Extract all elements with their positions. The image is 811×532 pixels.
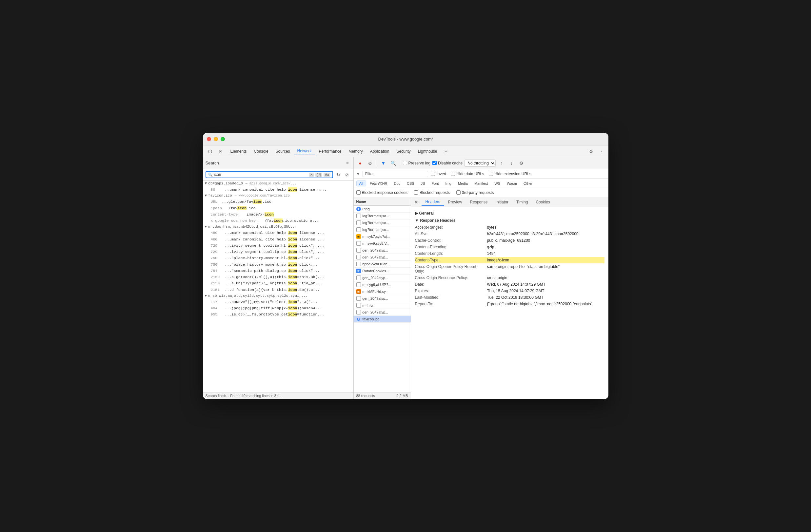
list-item[interactable]: m=syg9,aLUfP?... xyxy=(354,281,411,288)
type-btn-doc[interactable]: Doc xyxy=(391,181,403,186)
tab-timing[interactable]: Timing xyxy=(512,199,532,206)
settings-icon[interactable]: ⚙ xyxy=(587,147,596,156)
list-item[interactable]: 750 ..."place-history-moment.sp-icon-cli… xyxy=(203,262,353,268)
list-item[interactable]: gen_204?atyp... xyxy=(354,309,411,316)
tab-headers[interactable]: Headers xyxy=(422,198,444,206)
search-group-2[interactable]: ▼ favicon.ico — www.google.com/favicon.i… xyxy=(203,193,353,199)
refresh-search-button[interactable]: ↻ xyxy=(335,171,342,178)
list-item[interactable]: m=hfcr xyxy=(354,302,411,309)
search-input[interactable] xyxy=(214,172,307,177)
tab-memory[interactable]: Memory xyxy=(345,148,366,155)
list-item[interactable]: 2150 ...s.Bb("Jylpdf");_.Vn(this.icon,"t… xyxy=(203,280,353,286)
record-button[interactable]: ● xyxy=(356,159,364,167)
search-close-button[interactable]: ✕ xyxy=(344,160,351,167)
tab-response[interactable]: Response xyxy=(466,199,492,206)
regex-badge[interactable]: (.*) xyxy=(315,173,322,177)
close-button[interactable] xyxy=(207,137,211,141)
tab-lighthouse[interactable]: Lighthouse xyxy=(415,148,441,155)
type-btn-fetch[interactable]: Fetch/XHR xyxy=(367,181,391,186)
maximize-button[interactable] xyxy=(220,137,225,141)
search-group-4[interactable]: ▼ m=sb_wiz,aa,abd,sy12d,sytt,sytp,sy12c,… xyxy=(203,293,353,299)
list-item[interactable]: gen_204?atyp... xyxy=(354,247,411,254)
list-item[interactable]: 460 ...mark canonical cite help icon lic… xyxy=(203,236,353,242)
list-item[interactable]: gen_204?atyp... xyxy=(354,275,411,281)
blocked-requests-checkbox[interactable] xyxy=(414,190,418,194)
type-btn-all[interactable]: All xyxy=(356,181,366,186)
list-item[interactable]: 2150 ...s.getRoot().el(),a);this.icon=th… xyxy=(203,274,353,280)
list-item[interactable]: 729 ...ivity-segment-tooltip.sp-icon-cli… xyxy=(203,249,353,255)
preserve-log-checkbox[interactable] xyxy=(403,161,407,165)
tab-cookies[interactable]: Cookies xyxy=(532,199,554,206)
filter-input[interactable] xyxy=(363,171,428,177)
tab-sources[interactable]: Sources xyxy=(272,148,293,155)
type-btn-font[interactable]: Font xyxy=(429,181,442,186)
network-settings-button[interactable]: ⚙ xyxy=(517,159,525,167)
type-btn-js[interactable]: JS xyxy=(418,181,428,186)
third-party-checkbox[interactable] xyxy=(456,190,461,194)
search-group-1[interactable]: ▼ cb=gapi.loaded_0 — apis.google.com/_sc… xyxy=(203,181,353,186)
list-item[interactable]: 754 ..."semantic-path-dialog.sp-icon-cli… xyxy=(203,268,353,274)
list-item[interactable]: x-google-scs-row-key: /favicon.ico:stati… xyxy=(203,218,353,224)
clear-search-badge[interactable]: ✕ xyxy=(309,173,314,177)
invert-checkbox[interactable] xyxy=(431,172,435,176)
tab-application[interactable]: Application xyxy=(367,148,393,155)
type-btn-manifest[interactable]: Manifest xyxy=(471,181,491,186)
list-item[interactable]: 955 ...is,6}};_.fs.prototype.geticon=fun… xyxy=(203,311,353,317)
blocked-cookies-checkbox[interactable] xyxy=(356,190,361,194)
clear-search-button[interactable]: ⊘ xyxy=(343,171,351,178)
list-item[interactable]: 404 ...jpeg|jpg|png|tiff|webp|x-icon);ba… xyxy=(203,305,353,311)
tab-elements[interactable]: Elements xyxy=(227,148,250,155)
tab-security[interactable]: Security xyxy=(393,148,414,155)
export-button[interactable]: ↓ xyxy=(507,159,515,167)
list-item[interactable]: log?format=jso... xyxy=(354,226,411,233)
list-item[interactable]: 450 ...mark canonical cite help icon lic… xyxy=(203,230,353,236)
list-item[interactable]: ⟳ RotateCookies... xyxy=(354,268,411,275)
list-item[interactable]: gen_204?atyp... xyxy=(354,295,411,302)
list-item-selected[interactable]: G favicon.ico xyxy=(354,316,411,323)
list-item[interactable]: log?format=jso... xyxy=(354,219,411,226)
search-button[interactable]: 🔍 xyxy=(389,159,397,167)
list-item[interactable]: :path /favicon.ico xyxy=(203,205,353,211)
hide-ext-checkbox[interactable] xyxy=(489,172,493,176)
type-btn-wasm[interactable]: Wasm xyxy=(504,181,520,186)
list-item[interactable]: 80 ...mark canonical cite help icon lice… xyxy=(203,186,353,193)
tab-more[interactable]: » xyxy=(441,148,450,155)
stop-button[interactable]: ⊘ xyxy=(366,159,374,167)
filter-button[interactable]: ▼ xyxy=(380,159,387,167)
list-item[interactable]: 750 ..."place-history-moment.hl-icon-cli… xyxy=(203,255,353,261)
list-item[interactable]: content-type: image/x-icon xyxy=(203,211,353,218)
tab-initiator[interactable]: Initiator xyxy=(492,199,512,206)
response-headers-section-header[interactable]: ▼ Response Headers xyxy=(415,217,605,224)
list-item[interactable]: 117 ...nDReve"));Bw.set("select_icon",_J… xyxy=(203,299,353,305)
import-button[interactable]: ↑ xyxy=(498,159,505,167)
list-item[interactable]: m m=kMFpHd,sy... xyxy=(354,288,411,295)
list-item[interactable]: URL ...gle.com/favicon.ico xyxy=(203,199,353,205)
list-item[interactable]: 729 ...ivity-segment-tooltip.hl-icon-cli… xyxy=(203,242,353,249)
type-btn-other[interactable]: Other xyxy=(521,181,536,186)
throttle-select[interactable]: No throttling xyxy=(464,159,496,167)
search-group-3[interactable]: ▼ m=cdos,hsm,jsa,mb4ZUb,d,csi,cEt90b,SNU… xyxy=(203,224,353,230)
type-btn-css[interactable]: CSS xyxy=(404,181,417,186)
detail-close-button[interactable]: ✕ xyxy=(412,198,420,206)
type-btn-media[interactable]: Media xyxy=(455,181,471,186)
list-item[interactable]: gen_204?atyp... xyxy=(354,254,411,261)
general-section-header[interactable]: ▶ General xyxy=(415,210,605,217)
tab-performance[interactable]: Performance xyxy=(316,148,345,155)
more-icon[interactable]: ⋮ xyxy=(597,147,606,156)
tab-network[interactable]: Network xyxy=(294,147,315,155)
disable-cache-checkbox[interactable] xyxy=(432,161,437,165)
list-item[interactable]: log?format=jso... xyxy=(354,213,411,219)
tab-preview[interactable]: Preview xyxy=(444,199,466,206)
hide-data-urls-checkbox[interactable] xyxy=(451,172,455,176)
list-item[interactable]: ✦ Ping xyxy=(354,206,411,213)
list-item[interactable]: hpba?vet=10ah... xyxy=(354,261,411,268)
tab-console[interactable]: Console xyxy=(251,148,272,155)
type-btn-ws[interactable]: WS xyxy=(491,181,503,186)
type-btn-img[interactable]: Img xyxy=(443,181,454,186)
inspect-icon[interactable]: ⬡ xyxy=(205,147,215,156)
case-badge[interactable]: Aa xyxy=(323,173,330,177)
list-item[interactable]: m m=syk7,sylc?xj... xyxy=(354,233,411,240)
minimize-button[interactable] xyxy=(214,137,218,141)
list-item[interactable]: m=syv9,syv8,V... xyxy=(354,240,411,247)
list-item[interactable]: 2151 ...d=function(a){var b=this.icon.Eb… xyxy=(203,287,353,293)
